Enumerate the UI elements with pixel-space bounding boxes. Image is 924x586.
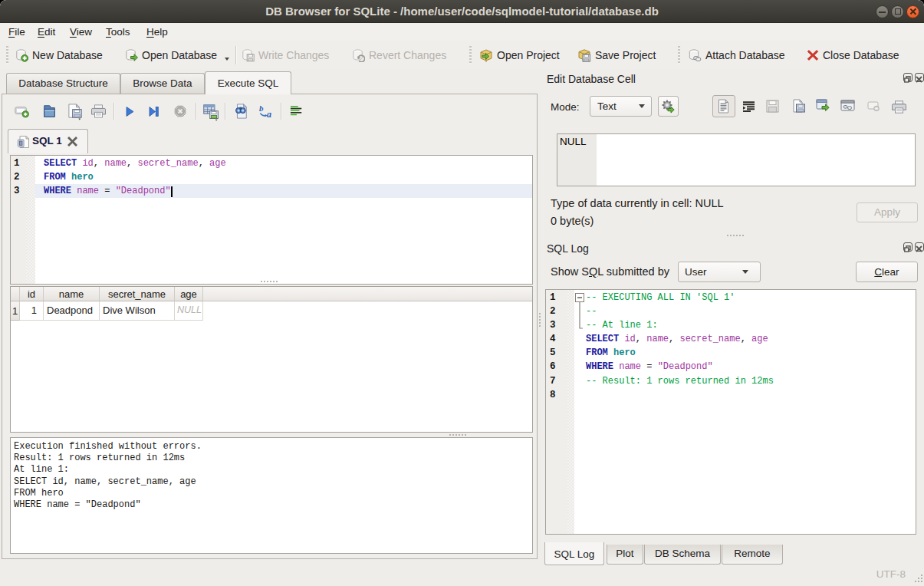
svg-text:a: a xyxy=(267,109,271,118)
svg-text:b: b xyxy=(259,104,264,113)
